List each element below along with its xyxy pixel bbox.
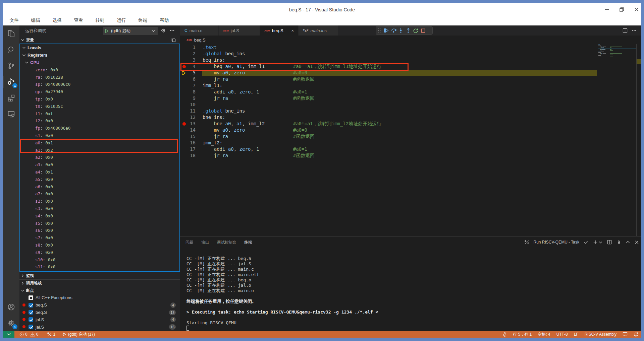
variables-section-header[interactable]: 变量 (19, 36, 180, 44)
sidebar-more-actions-icon[interactable] (169, 28, 175, 33)
tab-main.ins[interactable]: TEXmain.ins (299, 25, 338, 36)
breakpoint-icon[interactable] (182, 65, 186, 68)
activitybar-settings-icon[interactable]: 1 (3, 315, 19, 331)
register-a3[interactable]: a3: 0x0 (20, 161, 179, 168)
menu-item-4[interactable]: 转到 (89, 16, 111, 25)
status-item-5[interactable]: RISC-V Assembly (582, 331, 620, 338)
register-s2[interactable]: s2: 0x0 (20, 198, 179, 205)
register-s1[interactable]: s1: 0x0 (20, 132, 179, 139)
register-t0[interactable]: t0: 0x1035c (20, 103, 179, 110)
activitybar-search-icon[interactable] (3, 42, 19, 58)
status-item-3[interactable]: UTF-8 (553, 331, 571, 338)
status-item-4[interactable]: LF (571, 331, 582, 338)
section-header-1[interactable]: 调用堆栈 (19, 279, 180, 287)
register-a7[interactable]: a7: 0x0 (20, 190, 179, 198)
register-s6[interactable]: s6: 0x0 (20, 227, 179, 234)
debug-settings-gear-icon[interactable] (160, 28, 166, 33)
terminal-dropdown-chevron-icon[interactable] (599, 241, 602, 244)
status-flame[interactable] (499, 331, 510, 338)
register-gp[interactable]: gp: 0x27940 (20, 88, 179, 95)
code-line-16[interactable]: 16imm_l2: (180, 140, 641, 146)
checkbox-unchecked[interactable] (29, 295, 33, 300)
register-a2[interactable]: a2: 0x0 (20, 154, 179, 161)
debug-step-into-button[interactable] (397, 26, 405, 35)
register-ra[interactable]: ra: 0x10228 (20, 73, 179, 81)
register-t1[interactable]: t1: 0xf (20, 110, 179, 117)
register-s3[interactable]: s3: 0x0 (20, 205, 179, 212)
register-s7[interactable]: s7: 0x0 (20, 234, 179, 242)
register-s10[interactable]: s10: 0x0 (20, 256, 179, 263)
checkbox-checked[interactable] (29, 310, 33, 315)
code-line-14[interactable]: 14 mv a0, zero#a0=0 (180, 127, 641, 133)
debug-config-dropdown[interactable]: (gdb) 启动 (103, 27, 158, 35)
activitybar-accounts-icon[interactable] (3, 299, 19, 315)
close-button[interactable] (633, 6, 639, 12)
variables-group-cpu[interactable]: CPU (20, 59, 179, 66)
close-panel-icon[interactable] (635, 240, 639, 245)
code-line-9[interactable]: 9 jr ra#函数返回 (180, 95, 641, 101)
split-terminal-icon[interactable] (607, 240, 612, 245)
minimize-button[interactable] (604, 6, 610, 12)
activitybar-remote-explorer-icon[interactable] (3, 106, 19, 122)
code-line-2[interactable]: 2.global beq_ins (180, 51, 641, 57)
menu-item-1[interactable]: 编辑 (25, 16, 46, 25)
code-line-1[interactable]: 1.text (180, 44, 641, 51)
menu-item-5[interactable]: 运行 (111, 16, 132, 25)
code-line-4[interactable]: 4 beq a0, a1, imm_l1#a0==a1，跳转到imm_l1地址处… (180, 63, 641, 70)
breakpoint-row-0[interactable]: beq.S4 (19, 301, 180, 309)
debug-continue-button[interactable] (382, 26, 390, 35)
drag-grip-icon[interactable] (378, 28, 381, 33)
register-s11[interactable]: s11: 0x0 (20, 263, 179, 271)
register-sp[interactable]: sp: 0x408006c0 (20, 81, 179, 88)
section-header-2[interactable]: 断点 (19, 287, 180, 294)
register-a0[interactable]: a0: 0x1 (20, 139, 179, 146)
breakpoint-row-2[interactable]: jal.S4 (19, 316, 180, 323)
close-tab-icon[interactable]: × (291, 28, 294, 33)
menu-item-2[interactable]: 选择 (46, 16, 68, 25)
restore-button[interactable] (619, 6, 625, 12)
menu-item-3[interactable]: 查看 (68, 16, 89, 25)
checkbox-checked[interactable] (29, 317, 33, 322)
status-feedback[interactable] (620, 331, 631, 338)
register-fp[interactable]: fp: 0x408006e0 (20, 125, 179, 132)
debug-start-icon[interactable] (105, 29, 109, 33)
tab-jal.S[interactable]: ASMjal.S (219, 25, 260, 36)
register-s4[interactable]: s4: 0x0 (20, 212, 179, 219)
code-line-11[interactable]: 11.global bne_ins (180, 108, 641, 114)
activitybar-run-and-debug-icon[interactable]: 1 (3, 74, 19, 90)
panel-tab-3[interactable]: 终端 (245, 236, 252, 248)
register-a5[interactable]: a5: 0x0 (20, 176, 179, 183)
status-item-2[interactable]: 空格: 4 (535, 331, 553, 338)
tab-beq.S[interactable]: ASMbeq.S× (260, 25, 299, 36)
code-line-10[interactable]: 10 (180, 101, 641, 108)
running-tasks-status[interactable]: 1 (45, 331, 57, 338)
remote-indicator[interactable]: >< (3, 331, 14, 338)
code-line-12[interactable]: 12bne_ins: (180, 114, 641, 121)
checkbox-checked[interactable] (29, 325, 33, 329)
breakpoint-row-3[interactable]: jal.S16 (19, 323, 180, 331)
minimap[interactable] (598, 44, 636, 236)
code-line-18[interactable]: 18 jr ra#函数返回 (180, 152, 641, 159)
breadcrumbs[interactable]: ASM beq.S (180, 36, 641, 44)
register-tp[interactable]: tp: 0x0 (20, 95, 179, 103)
activitybar-source-control-icon[interactable] (3, 58, 19, 74)
code-line-13[interactable]: 13 bne a0, a1, imm_l2#a0!=a1，跳转到imm_l2地址… (180, 121, 641, 127)
menu-item-7[interactable]: 帮助 (154, 16, 175, 25)
code-line-17[interactable]: 17 addi a0, zero, 1#a0=1 (180, 146, 641, 152)
terminal-output[interactable]: CC -[M] 正在构建 ... beq.SCC -[M] 正在构建 ... j… (180, 248, 641, 331)
activitybar-extensions-icon[interactable] (3, 90, 19, 106)
new-terminal-icon[interactable] (593, 240, 598, 245)
editor-more-actions-icon[interactable] (632, 28, 637, 33)
debug-step-out-button[interactable] (405, 26, 412, 35)
breakpoint-icon[interactable] (182, 122, 186, 126)
breakpoint-row-1[interactable]: beq.S13 (19, 309, 180, 316)
register-a6[interactable]: a6: 0x0 (20, 183, 179, 190)
menu-item-0[interactable]: 文件 (3, 16, 25, 25)
maximize-panel-icon[interactable] (626, 240, 630, 244)
code-line-5[interactable]: 5 mv a0, zero#a0=0 (180, 70, 641, 76)
register-s8[interactable]: s8: 0x0 (20, 242, 179, 249)
register-zero[interactable]: zero: 0x0 (20, 66, 179, 73)
code-line-6[interactable]: 6 jr ra#函数返回 (180, 76, 641, 82)
panel-tab-1[interactable]: 输出 (201, 236, 209, 248)
debug-restart-button[interactable] (412, 26, 419, 35)
